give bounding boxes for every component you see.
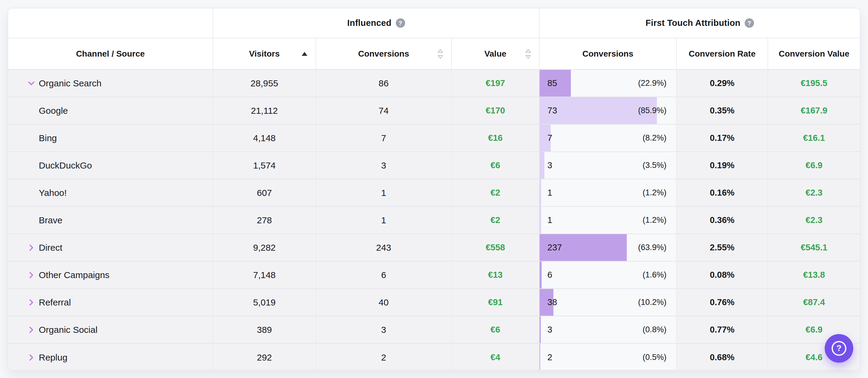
header-influenced-conversions[interactable]: Conversions — [316, 38, 452, 70]
influenced-conversions-cell: 86 — [316, 70, 452, 96]
conversion-value-cell: €545.1 — [768, 234, 860, 261]
attribution-table-card: Influenced ? First Touch Attribution ? C… — [7, 8, 861, 371]
help-fab-button[interactable]: ? — [825, 334, 853, 362]
chevron-right-icon[interactable] — [26, 325, 36, 335]
indent-spacer — [26, 215, 36, 225]
channel-cell[interactable]: Referral — [8, 289, 213, 316]
channel-cell[interactable]: Bing — [8, 125, 213, 151]
influenced-conversions-cell: 1 — [316, 207, 452, 234]
group-header-first-touch: First Touch Attribution ? — [539, 8, 860, 38]
influenced-value-cell: €170 — [452, 97, 539, 124]
chevron-down-icon[interactable] — [26, 78, 36, 88]
header-visitors-label: Visitors — [249, 49, 280, 59]
influenced-conversions-cell: 40 — [316, 289, 452, 316]
conversion-value-cell: €87.4 — [768, 289, 860, 316]
channel-cell[interactable]: Replug — [8, 344, 213, 371]
influenced-value-cell: €197 — [452, 70, 539, 96]
first-touch-conversions-cell: 1 (1.2%) — [539, 179, 677, 206]
channel-cell[interactable]: Brave — [8, 207, 213, 234]
header-influenced-value-label: Value — [484, 49, 506, 59]
indent-spacer — [26, 188, 36, 198]
influenced-value-cell: €2 — [452, 207, 539, 234]
channel-label: Replug — [39, 352, 67, 362]
indent-spacer — [26, 106, 36, 116]
conversion-value-cell: €167.9 — [768, 97, 860, 124]
visitors-cell: 607 — [213, 179, 316, 206]
help-icon[interactable]: ? — [745, 18, 754, 28]
channel-label: Google — [39, 106, 68, 116]
question-mark-icon: ? — [832, 341, 846, 356]
first-touch-share-percent: (3.5%) — [643, 161, 676, 170]
indent-spacer — [26, 133, 36, 143]
conversion-rate-cell: 0.36% — [677, 207, 768, 234]
table-row[interactable]: Google 21,112 74 €170 73 (85.9%) 0.35% €… — [8, 97, 860, 125]
influenced-value-cell: €6 — [452, 152, 539, 179]
header-influenced-value[interactable]: Value — [452, 38, 539, 70]
first-touch-conversions-value: 2 — [539, 352, 552, 362]
first-touch-share-percent: (1.2%) — [643, 215, 676, 225]
first-touch-conversions-cell: 3 (3.5%) — [539, 152, 677, 179]
channel-cell[interactable]: Other Campaigns — [8, 262, 213, 288]
channel-cell[interactable]: DuckDuckGo — [8, 152, 213, 179]
header-conversion-value[interactable]: Conversion Value — [768, 38, 860, 70]
table-row[interactable]: Replug 292 2 €4 2 (0.5%) 0.68% €4.6 — [8, 344, 860, 371]
first-touch-conversions-cell: 3 (0.8%) — [539, 316, 677, 343]
influenced-value-cell: €6 — [452, 316, 539, 343]
conversion-rate-cell: 0.35% — [677, 97, 768, 124]
first-touch-group-title: First Touch Attribution — [645, 18, 741, 28]
first-touch-share-percent: (0.5%) — [643, 353, 676, 362]
conversion-rate-cell: 0.29% — [677, 70, 768, 96]
channel-label: Organic Social — [39, 325, 97, 335]
conversion-rate-cell: 0.77% — [677, 316, 768, 343]
first-touch-conversions-value: 38 — [539, 297, 557, 307]
table-row[interactable]: Bing 4,148 7 €16 7 (8.2%) 0.17% €16.1 — [8, 125, 860, 152]
first-touch-conversions-cell: 1 (1.2%) — [539, 207, 677, 234]
conversion-rate-cell: 0.17% — [677, 125, 768, 151]
influenced-value-cell: €4 — [452, 344, 539, 371]
conversion-rate-cell: 0.19% — [677, 152, 768, 179]
channel-cell[interactable]: Direct — [8, 234, 213, 261]
table-row[interactable]: Brave 278 1 €2 1 (1.2%) 0.36% €2.3 — [8, 207, 860, 234]
table-row[interactable]: Referral 5,019 40 €91 38 (10.2%) 0.76% €… — [8, 289, 860, 316]
visitors-cell: 1,574 — [213, 152, 316, 179]
channel-cell[interactable]: Organic Social — [8, 316, 213, 343]
influenced-conversions-cell: 243 — [316, 234, 452, 261]
table-row[interactable]: Direct 9,282 243 €558 237 (63.9%) 2.55% … — [8, 234, 860, 262]
sort-both-icon[interactable] — [437, 49, 443, 59]
table-row[interactable]: Yahoo! 607 1 €2 1 (1.2%) 0.16% €2.3 — [8, 179, 860, 207]
channel-cell[interactable]: Yahoo! — [8, 179, 213, 206]
first-touch-conversions-cell: 237 (63.9%) — [539, 234, 677, 261]
channel-cell[interactable]: Organic Search — [8, 70, 213, 96]
chevron-right-icon[interactable] — [26, 297, 36, 308]
first-touch-share-percent: (10.2%) — [638, 298, 676, 307]
chevron-right-icon[interactable] — [26, 242, 36, 253]
header-conversion-rate[interactable]: Conversion Rate — [677, 38, 768, 70]
table-row[interactable]: Organic Social 389 3 €6 3 (0.8%) 0.77% €… — [8, 316, 860, 344]
first-touch-share-percent: (22.9%) — [638, 79, 676, 88]
header-influenced-conversions-label: Conversions — [358, 49, 409, 59]
first-touch-conversions-value: 237 — [539, 242, 562, 253]
chevron-right-icon[interactable] — [26, 352, 36, 362]
channel-label: DuckDuckGo — [39, 161, 92, 171]
table-row[interactable]: Organic Search 28,955 86 €197 85 (22.9%)… — [8, 70, 860, 97]
indent-spacer — [26, 161, 36, 171]
conversion-rate-cell: 0.76% — [677, 289, 768, 316]
influenced-conversions-cell: 74 — [316, 97, 452, 124]
help-icon[interactable]: ? — [396, 18, 405, 28]
sort-ascending-icon[interactable] — [301, 52, 308, 56]
first-touch-conversions-value: 1 — [539, 215, 552, 225]
header-visitors[interactable]: Visitors — [213, 38, 316, 70]
first-touch-conversions-cell: 38 (10.2%) — [539, 289, 677, 316]
header-channel-source: Channel / Source — [8, 38, 213, 70]
sort-both-icon[interactable] — [525, 49, 531, 59]
conversion-rate-cell: 0.68% — [677, 344, 768, 371]
header-conversion-rate-label: Conversion Rate — [689, 49, 756, 59]
channel-cell[interactable]: Google — [8, 97, 213, 124]
table-row[interactable]: Other Campaigns 7,148 6 €13 6 (1.6%) 0.0… — [8, 262, 860, 289]
visitors-cell: 7,148 — [213, 262, 316, 288]
conversion-rate-cell: 2.55% — [677, 234, 768, 261]
table-row[interactable]: DuckDuckGo 1,574 3 €6 3 (3.5%) 0.19% €6.… — [8, 152, 860, 179]
header-ft-conversions[interactable]: Conversions — [539, 38, 677, 70]
chevron-right-icon[interactable] — [26, 270, 36, 280]
influenced-value-cell: €2 — [452, 179, 539, 206]
